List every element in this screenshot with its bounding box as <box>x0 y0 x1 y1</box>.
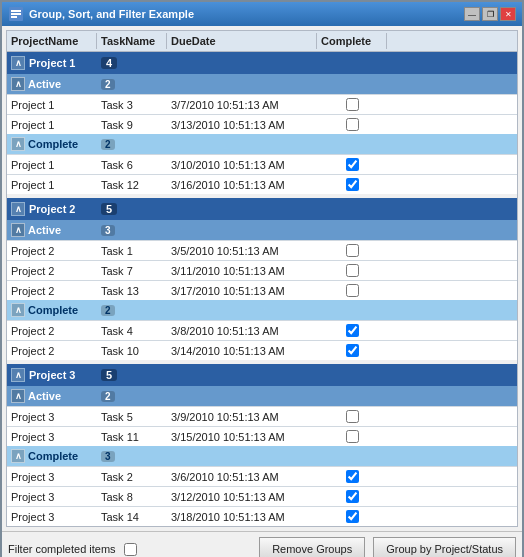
cell-complete <box>317 263 387 278</box>
filter-checkbox[interactable] <box>124 543 137 556</box>
group-header: ∧ Project 1 4 <box>7 52 517 74</box>
filter-label: Filter completed items <box>8 543 116 555</box>
complete-checkbox[interactable] <box>346 178 359 191</box>
table-row: Project 1 Task 9 3/13/2010 10:51:13 AM <box>7 114 517 134</box>
cell-due: 3/7/2010 10:51:13 AM <box>167 98 317 112</box>
group-count-cell: 4 <box>97 55 167 71</box>
cell-project: Project 1 <box>7 178 97 192</box>
group-header-cell: ∧ Project 1 <box>7 54 97 72</box>
subgroup-name: Active <box>28 224 61 236</box>
subgroup-count: 2 <box>101 305 115 316</box>
cell-project: Project 3 <box>7 490 97 504</box>
title-bar-left: Group, Sort, and Filter Example <box>8 6 194 22</box>
cell-complete <box>317 469 387 484</box>
cell-due: 3/12/2010 10:51:13 AM <box>167 490 317 504</box>
cell-task: Task 10 <box>97 344 167 358</box>
svg-rect-2 <box>11 13 21 15</box>
remove-groups-button[interactable]: Remove Groups <box>259 537 365 557</box>
group-count: 5 <box>101 203 117 215</box>
subgroup-count: 3 <box>101 451 115 462</box>
subgroup-expand-icon[interactable]: ∧ <box>11 223 25 237</box>
complete-checkbox[interactable] <box>346 324 359 337</box>
complete-checkbox[interactable] <box>346 244 359 257</box>
cell-project: Project 3 <box>7 470 97 484</box>
complete-checkbox[interactable] <box>346 510 359 523</box>
subgroup-name: Complete <box>28 450 78 462</box>
complete-checkbox[interactable] <box>346 118 359 131</box>
expand-icon[interactable]: ∧ <box>11 368 25 382</box>
subgroup-name-cell: ∧ Complete <box>7 302 97 318</box>
complete-checkbox[interactable] <box>346 158 359 171</box>
complete-checkbox[interactable] <box>346 284 359 297</box>
cell-task: Task 5 <box>97 410 167 424</box>
complete-checkbox[interactable] <box>346 410 359 423</box>
cell-project: Project 2 <box>7 244 97 258</box>
group-count-cell: 5 <box>97 367 167 383</box>
column-headers: ProjectName TaskName DueDate Complete <box>6 30 518 51</box>
subgroup-expand-icon[interactable]: ∧ <box>11 389 25 403</box>
table-row: Project 3 Task 2 3/6/2010 10:51:13 AM <box>7 466 517 486</box>
bottom-bar: Filter completed items Remove Groups Gro… <box>2 531 522 557</box>
expand-icon[interactable]: ∧ <box>11 56 25 70</box>
cell-task: Task 8 <box>97 490 167 504</box>
cell-project: Project 3 <box>7 510 97 524</box>
subgroup-name-cell: ∧ Complete <box>7 448 97 464</box>
subgroup-expand-icon[interactable]: ∧ <box>11 77 25 91</box>
expand-icon[interactable]: ∧ <box>11 202 25 216</box>
cell-complete <box>317 343 387 358</box>
cell-project: Project 2 <box>7 344 97 358</box>
cell-complete <box>317 157 387 172</box>
complete-checkbox[interactable] <box>346 430 359 443</box>
subgroup-expand-icon[interactable]: ∧ <box>11 303 25 317</box>
subgroup-count-cell: 2 <box>97 304 167 317</box>
subgroup-expand-icon[interactable]: ∧ <box>11 449 25 463</box>
cell-project: Project 2 <box>7 264 97 278</box>
cell-due: 3/9/2010 10:51:13 AM <box>167 410 317 424</box>
svg-rect-1 <box>11 10 21 12</box>
restore-button[interactable]: ❐ <box>482 7 498 21</box>
group-count: 5 <box>101 369 117 381</box>
cell-due: 3/18/2010 10:51:13 AM <box>167 510 317 524</box>
cell-task: Task 13 <box>97 284 167 298</box>
table-row: Project 1 Task 12 3/16/2010 10:51:13 AM <box>7 174 517 194</box>
cell-complete <box>317 243 387 258</box>
cell-task: Task 11 <box>97 430 167 444</box>
cell-project: Project 2 <box>7 324 97 338</box>
complete-checkbox[interactable] <box>346 344 359 357</box>
table-row: Project 1 Task 6 3/10/2010 10:51:13 AM <box>7 154 517 174</box>
complete-checkbox[interactable] <box>346 98 359 111</box>
cell-task: Task 3 <box>97 98 167 112</box>
cell-complete <box>317 509 387 524</box>
group-header-cell: ∧ Project 3 <box>7 366 97 384</box>
group-count: 4 <box>101 57 117 69</box>
group-name: Project 2 <box>29 203 75 215</box>
group-by-button[interactable]: Group by Project/Status <box>373 537 516 557</box>
title-controls: — ❐ ✕ <box>464 7 516 21</box>
svg-rect-3 <box>11 16 17 18</box>
cell-due: 3/10/2010 10:51:13 AM <box>167 158 317 172</box>
cell-complete <box>317 489 387 504</box>
subgroup-count-cell: 2 <box>97 78 167 91</box>
complete-checkbox[interactable] <box>346 470 359 483</box>
close-button[interactable]: ✕ <box>500 7 516 21</box>
cell-task: Task 1 <box>97 244 167 258</box>
cell-project: Project 3 <box>7 410 97 424</box>
complete-checkbox[interactable] <box>346 490 359 503</box>
app-icon <box>8 6 24 22</box>
cell-project: Project 1 <box>7 98 97 112</box>
subgroup-name-cell: ∧ Active <box>7 76 97 92</box>
subgroup-active: ∧ Active 3 <box>7 220 517 240</box>
subgroup-complete: ∧ Complete 2 <box>7 134 517 154</box>
subgroup-expand-icon[interactable]: ∧ <box>11 137 25 151</box>
subgroup-active: ∧ Active 2 <box>7 386 517 406</box>
title-bar: Group, Sort, and Filter Example — ❐ ✕ <box>2 2 522 26</box>
cell-task: Task 2 <box>97 470 167 484</box>
cell-complete <box>317 177 387 192</box>
complete-checkbox[interactable] <box>346 264 359 277</box>
col-extra <box>387 33 427 49</box>
cell-project: Project 1 <box>7 118 97 132</box>
cell-due: 3/8/2010 10:51:13 AM <box>167 324 317 338</box>
group-count-cell: 5 <box>97 201 167 217</box>
subgroup-count-cell: 2 <box>97 390 167 403</box>
minimize-button[interactable]: — <box>464 7 480 21</box>
